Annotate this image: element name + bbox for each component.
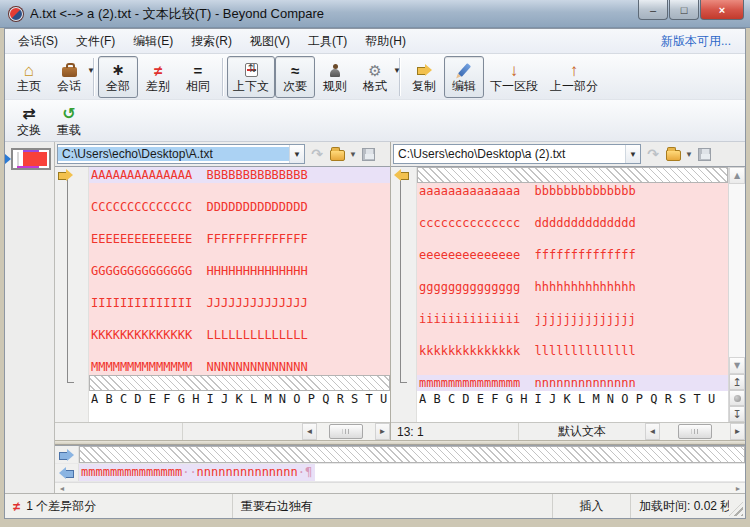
editor-line[interactable] [89,247,390,263]
reload-file-icon[interactable]: ↷ [645,146,661,162]
editor-line[interactable] [89,279,390,295]
minimize-button[interactable]: – [638,0,668,20]
scrollbar-thumb[interactable] [329,424,363,439]
next-diff-button[interactable]: ↧ [729,406,745,422]
scroll-down-icon[interactable]: ▼ [729,357,745,374]
title-bar[interactable]: A.txt <--> a (2).txt - 文本比较(T) - Beyond … [0,0,750,28]
right-file-path[interactable]: C:\Users\echo\Desktop\a (2).txt [394,147,625,161]
right-editor-lines[interactable]: aaaaaaaaaaaaaa bbbbbbbbbbbbbbccccccccccc… [417,167,728,422]
toolbar-button-all[interactable]: ∗全部 [98,56,138,98]
chevron-down-icon[interactable]: ▼ [685,150,693,159]
right-path-combobox[interactable]: C:\Users\echo\Desktop\a (2).txt ▼ [393,144,641,164]
missing-line-placeholder[interactable] [89,375,390,391]
editor-line[interactable]: kkkkkkkkkkkkkk llllllllllllll [417,343,728,359]
editor-line[interactable]: A B C D E F G H I J K L M N O P Q R S T … [417,391,728,407]
prev-diff-button[interactable]: ↥ [729,374,745,390]
editor-line[interactable]: CCCCCCCCCCCCCC DDDDDDDDDDDDDD [89,199,390,215]
toolbar-button-next-section[interactable]: ↓下一区段 [484,56,544,98]
left-editor-lines[interactable]: AAAAAAAAAAAAAA BBBBBBBBBBBBBBCCCCCCCCCCC… [89,167,390,422]
left-horizontal-scrollbar[interactable]: ◄ ► [302,423,390,440]
toolbar-button-swap[interactable]: ⇄交换 [9,100,49,142]
editor-line[interactable]: MMMMMMMMMMMMMM NNNNNNNNNNNNNN [89,359,390,375]
save-file-icon[interactable] [361,146,377,162]
menu-item-5[interactable]: 视图(V) [241,30,299,53]
editor-line[interactable] [417,199,728,215]
menu-item-4[interactable]: 搜索(R) [182,30,241,53]
editor-line[interactable]: EEEEEEEEEEEEEE FFFFFFFFFFFFFF [89,231,390,247]
editor-line[interactable]: IIIIIIIIIIIIII JJJJJJJJJJJJJJ [89,295,390,311]
editor-line[interactable]: GGGGGGGGGGGGGG HHHHHHHHHHHHHH [89,263,390,279]
left-path-combobox[interactable]: C:\Users\echo\Desktop\A.txt ▼ [57,144,305,164]
scroll-right-icon[interactable]: ► [731,483,745,493]
browse-folder-icon[interactable] [329,146,345,162]
scrollbar-thumb[interactable] [678,424,712,439]
editor-line[interactable] [89,183,390,199]
editor-line[interactable]: AAAAAAAAAAAAAA BBBBBBBBBBBBBB [89,167,390,183]
vertical-scrollbar[interactable]: ▲ ▼ ↥ ↧ [728,167,745,422]
chevron-down-icon[interactable]: ▼ [349,150,357,159]
new-version-link[interactable]: 新版本可用... [661,33,741,50]
maximize-button[interactable]: □ [669,0,699,20]
right-editor[interactable]: aaaaaaaaaaaaaa bbbbbbbbbbbbbbccccccccccc… [391,166,745,422]
detail-horizontal-scrollbar[interactable]: ◄ ► [55,482,745,493]
toolbar-button-diffs[interactable]: ≠差别 [138,56,178,98]
left-file-path[interactable]: C:\Users\echo\Desktop\A.txt [58,147,289,161]
reload-file-icon[interactable]: ↷ [309,146,325,162]
dropdown-arrow-icon[interactable]: ▼ [87,66,95,75]
chevron-down-icon[interactable]: ▼ [289,145,304,163]
toolbar-button-reload[interactable]: ↺重载 [49,100,89,142]
toolbar-button-copy[interactable]: 复制 [404,56,444,98]
editor-line[interactable]: KKKKKKKKKKKKKK LLLLLLLLLLLLLL [89,327,390,343]
scroll-left-icon[interactable]: ◄ [55,483,69,493]
close-button[interactable]: × [700,0,744,20]
toolbar-button-rules[interactable]: 规则 [315,56,355,98]
toolbar-button-minor[interactable]: ≈次要 [275,56,315,98]
editor-line[interactable] [417,359,728,375]
diff-overview-strip[interactable] [5,142,55,493]
editor-line[interactable]: eeeeeeeeeeeeee ffffffffffffff [417,247,728,263]
editor-line[interactable] [417,327,728,343]
toolbar-button-session[interactable]: 会话▼ [49,56,89,98]
editor-line[interactable]: gggggggggggggg hhhhhhhhhhhhhh [417,279,728,295]
editor-line[interactable]: mmmmmmmmmmmmmm nnnnnnnnnnnnnn [417,375,728,391]
editor-line[interactable]: aaaaaaaaaaaaaa bbbbbbbbbbbbbb [417,183,728,199]
right-horizontal-scrollbar[interactable]: ◄ ► [645,423,745,440]
center-current-diff-button[interactable] [729,390,745,406]
toolbar-button-context[interactable]: 上下文 [227,56,275,98]
toolbar-button-same[interactable]: =相同 [178,56,218,98]
toolbar-button-format[interactable]: ⚙格式▼ [355,56,395,98]
scrollbar-track[interactable] [69,483,731,493]
overview-thumbnail[interactable] [11,148,51,170]
menu-item-3[interactable]: 编辑(E) [124,30,182,53]
editor-line[interactable]: A B C D E F G H I J K L M N O P Q R S T … [89,391,390,407]
menu-item-7[interactable]: 帮助(H) [356,30,415,53]
scrollbar-track[interactable] [729,184,745,357]
menu-item-2[interactable]: 文件(F) [67,30,124,53]
missing-line-placeholder[interactable] [417,167,728,183]
scroll-up-icon[interactable]: ▲ [729,167,745,184]
editor-line[interactable] [89,215,390,231]
resize-grip[interactable] [729,502,743,516]
dropdown-arrow-icon[interactable]: ▼ [393,66,401,75]
editor-line[interactable] [417,231,728,247]
browse-folder-icon[interactable] [665,146,681,162]
scroll-right-icon[interactable]: ► [375,423,390,440]
left-editor[interactable]: AAAAAAAAAAAAAA BBBBBBBBBBBBBBCCCCCCCCCCC… [55,166,390,422]
editor-line[interactable] [417,263,728,279]
editor-line[interactable] [89,343,390,359]
chevron-down-icon[interactable]: ▼ [625,145,640,163]
editor-line[interactable]: cccccccccccccc dddddddddddddd [417,215,728,231]
menu-item-1[interactable]: 会话(S) [9,30,67,53]
save-file-icon[interactable] [697,146,713,162]
toolbar-button-home[interactable]: ⌂主页 [9,56,49,98]
editor-line[interactable] [89,311,390,327]
menu-item-6[interactable]: 工具(T) [299,30,356,53]
scrollbar-track[interactable] [660,423,730,440]
editor-line[interactable] [417,295,728,311]
scroll-right-icon[interactable]: ► [730,423,745,440]
editor-line[interactable]: iiiiiiiiiiiiii jjjjjjjjjjjjjj [417,311,728,327]
toolbar-button-prev-part[interactable]: ↑上一部分 [544,56,604,98]
toolbar-button-edit[interactable]: 编辑 [444,56,484,98]
scrollbar-track[interactable] [317,423,375,440]
scroll-left-icon[interactable]: ◄ [302,423,317,440]
